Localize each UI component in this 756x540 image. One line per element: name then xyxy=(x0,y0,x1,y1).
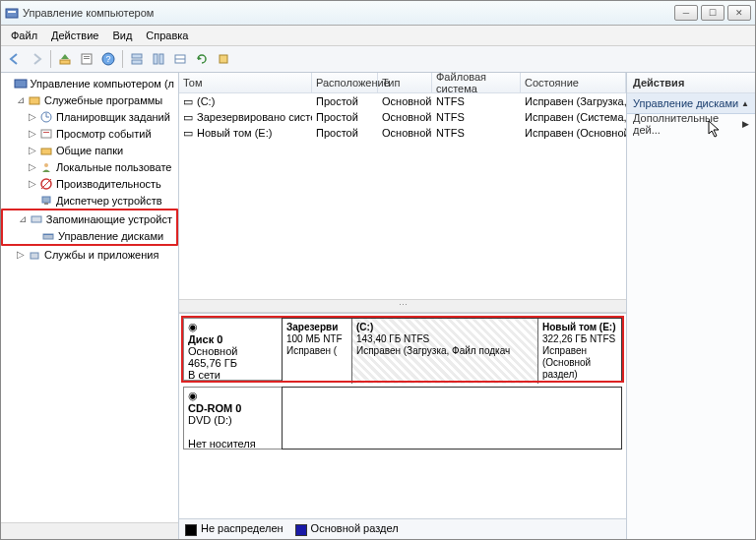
svg-rect-20 xyxy=(41,130,51,138)
disk-0-row[interactable]: ◉ Диск 0 Основной 465,76 ГБ В сети Зарез… xyxy=(183,318,622,381)
col-layout[interactable]: Расположение xyxy=(312,73,378,92)
svg-rect-1 xyxy=(8,11,16,13)
disk-0-label[interactable]: ◉ Диск 0 Основной 465,76 ГБ В сети xyxy=(183,318,282,381)
tree-root[interactable]: Управление компьютером (л xyxy=(1,75,178,91)
properties-button[interactable] xyxy=(77,49,96,69)
view3-button[interactable] xyxy=(170,49,190,69)
svg-rect-4 xyxy=(84,56,90,57)
svg-text:?: ? xyxy=(105,54,110,64)
svg-rect-10 xyxy=(154,54,158,64)
disk-type: Основной xyxy=(188,345,278,357)
legend: Не распределен Основной раздел xyxy=(179,518,626,539)
svg-rect-22 xyxy=(41,149,51,154)
disk-graphical-view[interactable]: ◉ Диск 0 Основной 465,76 ГБ В сети Зарез… xyxy=(179,314,626,518)
disk-name: Диск 0 xyxy=(188,333,278,345)
menu-action[interactable]: Действие xyxy=(45,28,104,43)
volume-list[interactable]: Том Расположение Тип Файловая система Со… xyxy=(179,73,626,314)
legend-unallocated: Не распределен xyxy=(185,522,284,535)
svg-rect-2 xyxy=(60,60,70,64)
svg-rect-11 xyxy=(159,54,163,64)
legend-primary: Основной раздел xyxy=(295,522,399,535)
minimize-button[interactable]: ─ xyxy=(674,5,698,21)
maximize-button[interactable]: ☐ xyxy=(701,5,724,21)
collapse-icon: ▲ xyxy=(741,99,749,108)
actions-pane: Действия Управление дисками ▲ Дополнител… xyxy=(627,73,755,539)
tree-scrollbar-h[interactable] xyxy=(1,522,178,539)
svg-rect-30 xyxy=(43,234,53,235)
volume-row[interactable]: ▭(C:) Простой Основной NTFS Исправен (За… xyxy=(179,93,626,109)
tree-system-tools[interactable]: ⊿Служебные программы xyxy=(1,91,178,108)
cdrom-label[interactable]: ◉ CD-ROM 0 DVD (D:) Нет носителя xyxy=(183,387,282,450)
tree-device-manager[interactable]: Диспетчер устройств xyxy=(1,192,178,209)
cdrom-type: DVD (D:) xyxy=(188,414,278,426)
highlight-storage: ⊿Запоминающие устройст Управление дискам… xyxy=(1,209,178,246)
cdrom-icon: ◉ xyxy=(188,390,278,402)
tree-storage[interactable]: ⊿Запоминающие устройст xyxy=(3,210,176,227)
nav-tree[interactable]: Управление компьютером (л ⊿Служебные про… xyxy=(1,73,179,539)
help-button[interactable]: ? xyxy=(98,49,118,69)
up-button[interactable] xyxy=(55,49,75,69)
volume-list-header[interactable]: Том Расположение Тип Файловая система Со… xyxy=(179,73,626,93)
svg-point-23 xyxy=(44,163,48,167)
cdrom-empty xyxy=(282,387,622,450)
tree-local-users[interactable]: ▷Локальные пользовате xyxy=(1,158,178,175)
volume-list-body: ▭(C:) Простой Основной NTFS Исправен (За… xyxy=(179,93,626,299)
tree-shared-folders[interactable]: ▷Общие папки xyxy=(1,142,178,158)
col-type[interactable]: Тип xyxy=(378,73,432,92)
partition-e[interactable]: Новый том (E:) 322,26 ГБ NTFS Исправен (… xyxy=(538,319,621,384)
cdrom-status: Нет носителя xyxy=(188,438,278,450)
toolbar: ? xyxy=(1,46,755,73)
middle-pane: Том Расположение Тип Файловая система Со… xyxy=(179,73,627,539)
menu-help[interactable]: Справка xyxy=(140,28,194,43)
menu-view[interactable]: Вид xyxy=(106,28,138,43)
title-bar[interactable]: Управление компьютером ─ ☐ ✕ xyxy=(1,1,755,26)
col-volume[interactable]: Том xyxy=(179,73,312,92)
view2-button[interactable] xyxy=(149,49,168,69)
svg-rect-27 xyxy=(44,203,48,205)
close-button[interactable]: ✕ xyxy=(727,5,751,21)
back-button[interactable] xyxy=(5,49,25,69)
volume-icon: ▭ xyxy=(183,127,197,140)
svg-rect-28 xyxy=(32,216,41,222)
menu-file[interactable]: Файл xyxy=(5,28,43,43)
cdrom-name: CD-ROM 0 xyxy=(188,402,278,414)
svg-rect-31 xyxy=(31,253,38,259)
volume-row[interactable]: ▭Зарезервировано системой Простой Основн… xyxy=(179,109,626,125)
svg-rect-16 xyxy=(30,97,39,104)
tree-task-scheduler[interactable]: ▷Планировщик заданий xyxy=(1,108,178,125)
disk-0-partitions: Зарезерви 100 МБ NTF Исправен ( (C:) 143… xyxy=(282,318,622,381)
tree-disk-management[interactable]: Управление дисками xyxy=(3,227,176,244)
cursor-icon xyxy=(708,120,724,140)
col-state[interactable]: Состояние xyxy=(521,73,626,92)
actions-header: Действия xyxy=(627,73,755,93)
disk-status: В сети xyxy=(188,369,278,381)
actions-more[interactable]: Дополнительные дей... ▶ xyxy=(627,114,755,134)
col-fs[interactable]: Файловая система xyxy=(432,73,521,92)
refresh-button[interactable] xyxy=(192,49,212,69)
svg-rect-21 xyxy=(43,132,49,133)
svg-rect-26 xyxy=(42,197,50,203)
svg-rect-14 xyxy=(220,55,227,63)
partition-c[interactable]: (C:) 143,40 ГБ NTFS Исправен (Загрузка, … xyxy=(352,319,538,384)
svg-rect-9 xyxy=(132,60,142,64)
svg-rect-5 xyxy=(84,58,90,59)
svg-rect-0 xyxy=(6,9,18,18)
cdrom-row[interactable]: ◉ CD-ROM 0 DVD (D:) Нет носителя xyxy=(183,387,622,450)
window-title: Управление компьютером xyxy=(19,7,674,19)
svg-rect-15 xyxy=(15,80,27,88)
tree-event-viewer[interactable]: ▷Просмотр событий xyxy=(1,125,178,142)
mmc-icon xyxy=(5,6,19,20)
volume-row[interactable]: ▭Новый том (E:) Простой Основной NTFS Ис… xyxy=(179,125,626,141)
settings-button[interactable] xyxy=(214,49,233,69)
disk-size: 465,76 ГБ xyxy=(188,357,278,369)
menu-bar: Файл Действие Вид Справка xyxy=(1,26,755,46)
view1-button[interactable] xyxy=(127,49,147,69)
volume-icon: ▭ xyxy=(183,95,197,108)
partition-system-reserved[interactable]: Зарезерви 100 МБ NTF Исправен ( xyxy=(283,319,352,384)
actions-section-disk-management[interactable]: Управление дисками ▲ xyxy=(627,93,755,114)
svg-rect-8 xyxy=(132,54,142,58)
tree-performance[interactable]: ▷Производительность xyxy=(1,175,178,192)
forward-button[interactable] xyxy=(27,49,46,69)
splitter[interactable]: ⋯ xyxy=(179,299,626,313)
tree-services-apps[interactable]: ▷Службы и приложения xyxy=(1,246,178,263)
